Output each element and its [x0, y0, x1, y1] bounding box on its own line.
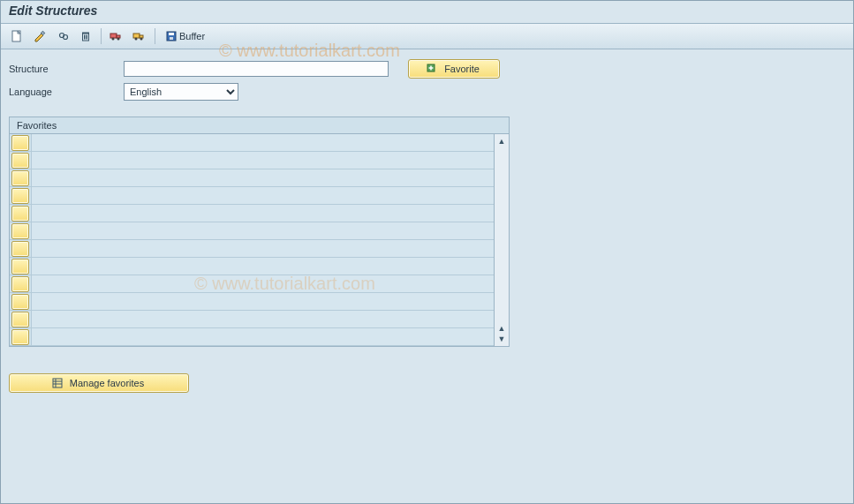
favorites-row-handle[interactable] — [11, 329, 29, 345]
create-icon — [11, 30, 23, 42]
structure-row: Structure Favorite — [9, 60, 845, 78]
favorites-row-cell[interactable] — [31, 187, 494, 204]
svg-rect-14 — [133, 34, 140, 38]
buffer-button[interactable]: Buffer — [161, 26, 209, 46]
favorites-scrollbar[interactable]: ▲ ▲ ▼ — [495, 134, 509, 346]
change-icon — [34, 30, 46, 42]
scroll-down-icon[interactable]: ▼ — [496, 334, 507, 344]
favorites-body: ▲ ▲ ▼ — [10, 134, 509, 346]
favorites-row-handle[interactable] — [11, 241, 29, 257]
table-row — [10, 328, 494, 346]
truck-icon — [132, 30, 147, 42]
favorites-row-handle[interactable] — [11, 276, 29, 292]
page-title: Edit Structures — [0, 0, 854, 24]
transport-button[interactable] — [107, 26, 126, 46]
delete-icon — [79, 30, 92, 42]
language-select[interactable]: English — [124, 83, 238, 101]
favorites-row-cell[interactable] — [31, 293, 494, 310]
buffer-button-label: Buffer — [179, 31, 205, 41]
favorites-row-handle[interactable] — [11, 259, 29, 275]
delete-button[interactable] — [76, 26, 95, 46]
buffer-icon — [165, 30, 178, 42]
manage-favorites-label: Manage favorites — [70, 378, 144, 388]
svg-rect-9 — [82, 33, 89, 34]
toolbar-separator — [101, 28, 102, 44]
structure-label: Structure — [9, 64, 124, 74]
favorites-list — [10, 134, 495, 346]
display-button[interactable] — [53, 26, 72, 46]
create-button[interactable] — [7, 26, 26, 46]
favorites-panel-title: Favorites — [17, 120, 57, 131]
table-row — [10, 240, 494, 258]
favorites-row-cell[interactable] — [31, 258, 494, 275]
svg-rect-19 — [169, 33, 174, 35]
favorites-row-cell[interactable] — [31, 275, 494, 292]
favorites-row-cell[interactable] — [31, 240, 494, 257]
svg-point-16 — [135, 38, 138, 41]
favorites-row-handle[interactable] — [11, 294, 29, 310]
manage-favorites-button[interactable]: Manage favorites — [9, 373, 189, 393]
favorites-row-handle[interactable] — [11, 223, 29, 239]
favorites-row-handle[interactable] — [11, 170, 29, 186]
favorite-button[interactable]: Favorite — [408, 59, 500, 79]
favorites-row-cell[interactable] — [31, 311, 494, 327]
favorites-panel-header: Favorites — [10, 117, 509, 134]
table-row — [10, 293, 494, 311]
favorites-row-cell[interactable] — [31, 205, 494, 222]
table-row — [10, 258, 494, 275]
table-row — [10, 169, 494, 187]
table-row — [10, 275, 494, 293]
manage-favorites-icon — [50, 376, 64, 390]
application-toolbar: Buffer — [0, 24, 854, 49]
svg-rect-20 — [170, 37, 173, 40]
structure-input[interactable] — [124, 61, 389, 77]
table-row — [10, 187, 494, 205]
content-area: Structure Favorite Language English Favo… — [0, 49, 854, 403]
favorite-button-label: Favorite — [444, 64, 480, 74]
table-row — [10, 152, 494, 169]
favorites-row-cell[interactable] — [31, 134, 494, 151]
scroll-up-icon[interactable]: ▲ — [496, 136, 507, 147]
favorites-panel: Favorites ▲ ▲ ▼ — [9, 117, 510, 347]
display-icon — [57, 30, 69, 42]
add-favorite-icon — [425, 62, 439, 76]
table-row — [10, 205, 494, 222]
truck-button[interactable] — [130, 26, 149, 46]
svg-point-17 — [140, 38, 143, 41]
favorites-row-cell[interactable] — [31, 169, 494, 186]
manage-favorites-row: Manage favorites — [9, 373, 845, 393]
transport-icon — [110, 30, 124, 42]
favorites-row-handle[interactable] — [11, 153, 29, 169]
language-row: Language English — [9, 83, 845, 101]
language-label: Language — [9, 87, 124, 97]
page-title-text: Edit Structures — [9, 4, 97, 18]
favorites-row-cell[interactable] — [31, 222, 494, 239]
svg-rect-10 — [110, 34, 117, 38]
favorites-row-handle[interactable] — [11, 312, 29, 327]
svg-line-4 — [64, 36, 64, 37]
favorites-row-handle[interactable] — [11, 206, 29, 222]
svg-rect-24 — [53, 379, 62, 387]
favorites-row-handle[interactable] — [11, 135, 29, 151]
table-row — [10, 134, 494, 152]
favorites-row-handle[interactable] — [11, 188, 29, 204]
change-button[interactable] — [30, 26, 49, 46]
scroll-up2-icon[interactable]: ▲ — [496, 323, 507, 334]
favorites-row-cell[interactable] — [31, 152, 494, 169]
toolbar-separator — [155, 28, 155, 44]
table-row — [10, 222, 494, 240]
table-row — [10, 311, 494, 328]
svg-point-12 — [112, 38, 115, 41]
favorites-row-cell[interactable] — [31, 328, 494, 345]
svg-point-13 — [117, 38, 120, 41]
